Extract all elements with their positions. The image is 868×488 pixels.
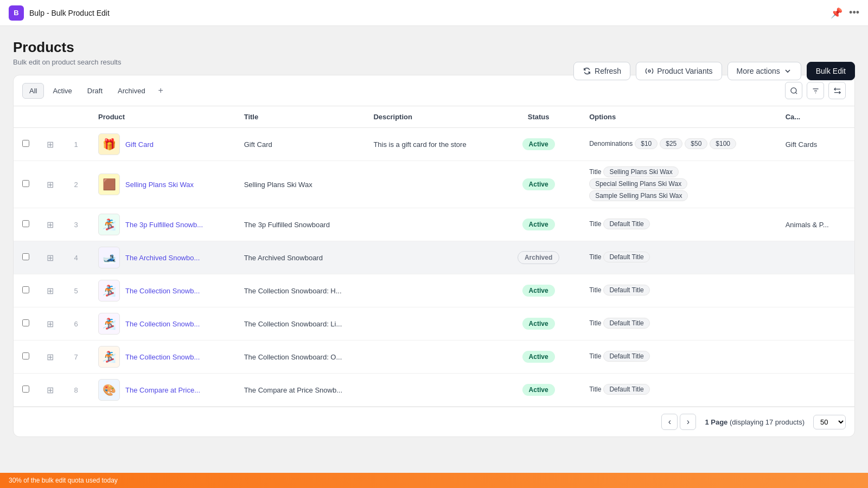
svg-point-1 xyxy=(790,87,796,93)
expand-row-button[interactable]: ⊞ xyxy=(38,374,62,407)
product-link[interactable]: The Collection Snowb... xyxy=(125,353,200,361)
table-row: ⊞7 🏂 The Collection Snowb... The Collect… xyxy=(14,341,854,374)
prev-page-button[interactable]: ‹ xyxy=(661,414,678,430)
expand-row-button[interactable]: ⊞ xyxy=(38,241,62,274)
product-cell: 🎁 Gift Card xyxy=(90,128,235,161)
title-cell: The Collection Snowboard: H... xyxy=(235,274,365,307)
description-cell xyxy=(365,374,496,407)
product-thumbnail: 🎁 xyxy=(98,133,120,155)
more-actions-button[interactable]: More actions xyxy=(727,62,801,80)
product-thumbnail: 🏂 xyxy=(98,313,120,335)
table-row: ⊞6 🏂 The Collection Snowb... The Collect… xyxy=(14,307,854,341)
option-label: Title xyxy=(589,168,601,176)
svg-point-0 xyxy=(648,70,650,72)
tab-active[interactable]: Active xyxy=(46,84,78,98)
row-checkbox[interactable] xyxy=(22,140,29,147)
product-cell: 🏂 The Collection Snowb... xyxy=(90,274,235,307)
col-status-header: Status xyxy=(496,106,580,128)
product-link[interactable]: The 3p Fulfilled Snowb... xyxy=(125,221,203,229)
expand-row-button[interactable]: ⊞ xyxy=(38,128,62,161)
expand-row-button[interactable]: ⊞ xyxy=(38,274,62,307)
product-thumbnail: 🏂 xyxy=(98,214,120,235)
expand-row-button[interactable]: ⊞ xyxy=(38,341,62,374)
option-tag: Default Title xyxy=(603,318,649,329)
option-tag: Selling Plans Ski Wax xyxy=(603,166,678,177)
status-cell: Active xyxy=(496,307,580,341)
option-label: Title xyxy=(589,319,601,327)
product-link[interactable]: The Compare at Price... xyxy=(125,386,200,394)
row-checkbox[interactable] xyxy=(22,286,29,293)
app-title: Bulp - Bulk Product Edit xyxy=(29,9,110,17)
category-cell xyxy=(777,374,854,407)
option-tag: Default Title xyxy=(603,285,649,296)
product-link[interactable]: Gift Card xyxy=(125,140,154,149)
refresh-button[interactable]: Refresh xyxy=(573,62,630,80)
pagination-info: 1 Page (displaying 17 products) xyxy=(705,418,805,426)
table-row: ⊞2 🟫 Selling Plans Ski Wax Selling Plans… xyxy=(14,161,854,208)
option-tag: $50 xyxy=(685,138,707,149)
product-cell: 🎿 The Archived Snowbo... xyxy=(90,241,235,274)
option-label: Title xyxy=(589,286,601,294)
status-badge: Active xyxy=(522,384,555,396)
product-thumbnail: 🏂 xyxy=(98,346,120,368)
product-variants-button[interactable]: Product Variants xyxy=(636,62,722,80)
option-tag: Default Title xyxy=(603,219,649,229)
col-cat-header: Ca... xyxy=(777,106,854,128)
description-cell xyxy=(365,241,496,274)
tab-archived[interactable]: Archived xyxy=(111,84,152,98)
product-link[interactable]: Selling Plans Ski Wax xyxy=(125,181,194,189)
row-checkbox[interactable] xyxy=(22,319,29,326)
row-checkbox[interactable] xyxy=(22,253,29,260)
table-row: ⊞3 🏂 The 3p Fulfilled Snowb... The 3p Fu… xyxy=(14,208,854,241)
table-row: ⊞1 🎁 Gift Card Gift CardThis is a gift c… xyxy=(14,128,854,161)
product-link[interactable]: The Archived Snowbo... xyxy=(125,254,200,262)
options-cell: TitleDefault Title xyxy=(580,307,777,341)
title-cell: The Collection Snowboard: Li... xyxy=(235,307,365,341)
options-cell: TitleDefault Title xyxy=(580,374,777,407)
option-label: Title xyxy=(589,253,601,261)
product-link[interactable]: The Collection Snowb... xyxy=(125,287,200,295)
option-label: Title xyxy=(589,220,601,228)
product-cell: 🟫 Selling Plans Ski Wax xyxy=(90,161,235,208)
title-cell: The Collection Snowboard: O... xyxy=(235,341,365,374)
expand-row-button[interactable]: ⊞ xyxy=(38,161,62,208)
status-cell: Active xyxy=(496,341,580,374)
option-tag: Special Selling Plans Ski Wax xyxy=(589,178,687,189)
product-cell: 🏂 The Collection Snowb... xyxy=(90,341,235,374)
option-label: Title xyxy=(589,386,601,393)
pin-icon[interactable]: 📌 xyxy=(831,7,843,19)
description-cell: This is a gift card for the store xyxy=(365,128,496,161)
status-badge: Active xyxy=(522,178,555,190)
row-checkbox[interactable] xyxy=(22,220,29,227)
table-row: ⊞8 🎨 The Compare at Price... The Compare… xyxy=(14,374,854,407)
filter-button[interactable] xyxy=(807,82,824,99)
col-num xyxy=(62,106,90,128)
row-checkbox[interactable] xyxy=(22,352,29,359)
row-checkbox[interactable] xyxy=(22,180,29,187)
col-title-header: Title xyxy=(235,106,365,128)
expand-row-button[interactable]: ⊞ xyxy=(38,208,62,241)
expand-row-button[interactable]: ⊞ xyxy=(38,307,62,341)
tab-add-button[interactable]: + xyxy=(154,84,168,98)
col-product-header: Product xyxy=(90,106,235,128)
category-cell xyxy=(777,274,854,307)
tab-draft[interactable]: Draft xyxy=(81,84,109,98)
col-expand xyxy=(38,106,62,128)
search-button[interactable] xyxy=(785,82,802,99)
app-header: B Bulp - Bulk Product Edit xyxy=(9,5,110,21)
title-cell: Gift Card xyxy=(235,128,365,161)
per-page-select[interactable]: 50 25 100 xyxy=(813,415,846,429)
product-link[interactable]: The Collection Snowb... xyxy=(125,320,200,328)
option-tag: $25 xyxy=(660,138,682,149)
tab-all[interactable]: All xyxy=(22,83,44,99)
next-page-button[interactable]: › xyxy=(680,414,696,430)
topbar-more-icon[interactable]: ••• xyxy=(849,7,859,18)
row-checkbox[interactable] xyxy=(22,386,29,393)
option-tag: Default Title xyxy=(603,384,649,395)
row-number: 6 xyxy=(62,307,90,341)
product-thumbnail: 🟫 xyxy=(98,174,120,195)
sort-button[interactable] xyxy=(828,82,846,99)
description-cell xyxy=(365,307,496,341)
app-icon: B xyxy=(9,5,24,21)
bulk-edit-button[interactable]: Bulk Edit xyxy=(807,62,855,80)
